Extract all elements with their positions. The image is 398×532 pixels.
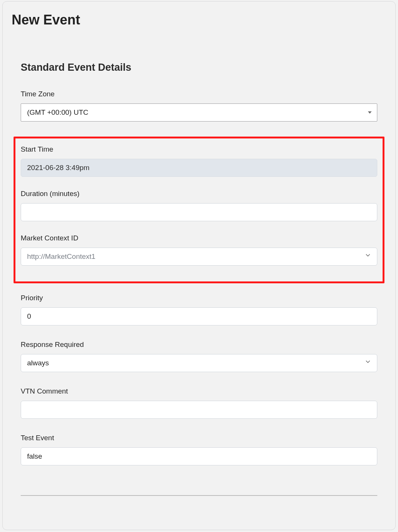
chevron-down-icon — [368, 111, 372, 114]
duration-input[interactable] — [21, 203, 377, 221]
market-context-label: Market Context ID — [21, 234, 377, 242]
timezone-label: Time Zone — [21, 90, 377, 98]
section-title: Standard Event Details — [21, 62, 377, 73]
start-time-value: 2021-06-28 3:49pm — [27, 164, 90, 172]
timezone-field: Time Zone (GMT +00:00) UTC — [21, 90, 377, 122]
market-context-select[interactable]: http://MarketContext1 — [21, 248, 377, 266]
page-title: New Event — [12, 12, 388, 28]
priority-label: Priority — [21, 294, 377, 302]
market-context-value: http://MarketContext1 — [27, 252, 96, 261]
priority-field: Priority — [21, 294, 377, 325]
market-context-field: Market Context ID http://MarketContext1 — [21, 234, 377, 266]
response-required-value: always — [27, 359, 49, 367]
highlighted-fields: Start Time 2021-06-28 3:49pm Duration (m… — [14, 137, 384, 283]
duration-field: Duration (minutes) — [21, 190, 377, 221]
vtn-comment-label: VTN Comment — [21, 387, 377, 395]
response-required-field: Response Required always — [21, 340, 377, 372]
start-time-label: Start Time — [21, 145, 377, 154]
duration-label: Duration (minutes) — [21, 190, 377, 198]
event-form-card: New Event Standard Event Details Time Zo… — [2, 1, 396, 530]
test-event-field: Test Event — [21, 434, 377, 465]
chevron-down-icon — [364, 358, 372, 367]
test-event-label: Test Event — [21, 434, 377, 442]
chevron-down-icon — [364, 251, 372, 261]
section-divider — [21, 495, 377, 496]
vtn-comment-input[interactable] — [21, 401, 377, 419]
timezone-value: (GMT +00:00) UTC — [27, 108, 88, 117]
start-time-field: Start Time 2021-06-28 3:49pm — [21, 145, 377, 177]
response-required-select[interactable]: always — [21, 354, 377, 372]
standard-event-section: Standard Event Details Time Zone (GMT +0… — [10, 47, 388, 465]
timezone-select[interactable]: (GMT +00:00) UTC — [21, 103, 377, 122]
vtn-comment-field: VTN Comment — [21, 387, 377, 419]
priority-input[interactable] — [21, 307, 377, 325]
test-event-input[interactable] — [21, 447, 377, 465]
response-required-label: Response Required — [21, 340, 377, 349]
start-time-input[interactable]: 2021-06-28 3:49pm — [21, 159, 377, 177]
